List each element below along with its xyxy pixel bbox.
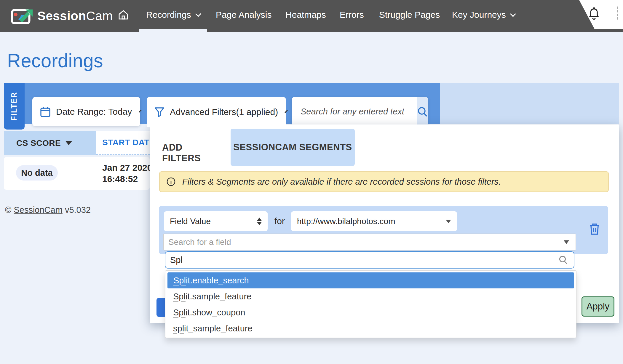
column-header-start-date[interactable]: START DATE xyxy=(96,131,150,155)
recordings-page: SessionCam Recordings Page Analysis Heat… xyxy=(0,0,623,364)
search-icon xyxy=(558,255,568,265)
nav-item-errors[interactable]: Errors xyxy=(340,0,364,29)
cs-score-badge: No data xyxy=(16,165,58,181)
nav-label: Page Analysis xyxy=(216,10,271,20)
field-type-value: Field Value xyxy=(170,217,211,226)
filter-tab-label: FILTER xyxy=(10,92,19,121)
dropdown-caret-icon xyxy=(564,240,569,244)
apply-button[interactable]: Apply xyxy=(582,296,614,317)
nav-label: Struggle Pages xyxy=(379,10,440,20)
tab-sessioncam-segments[interactable]: SESSIONCAM SEGMENTS xyxy=(231,129,355,166)
info-banner-text: Filters & Segments are only available if… xyxy=(182,177,501,187)
page-title: Recordings xyxy=(7,50,103,72)
search-button[interactable] xyxy=(417,97,428,126)
sort-descending-icon xyxy=(66,141,72,145)
option-split-enable-search[interactable]: Split.enable_search xyxy=(167,272,574,288)
active-tab-indicator xyxy=(139,29,207,32)
info-banner: Filters & Segments are only available if… xyxy=(159,171,609,192)
tab-add-filters[interactable]: ADD FILTERS xyxy=(162,139,221,167)
nav-label: Key Journeys xyxy=(452,10,506,20)
version-label: v5.032 xyxy=(65,205,91,215)
info-icon xyxy=(166,177,176,186)
field-select[interactable]: Search for a field xyxy=(163,234,576,250)
nav-item-struggle-pages[interactable]: Struggle Pages xyxy=(379,0,440,29)
option-split-show-coupon[interactable]: Split.show_coupon xyxy=(165,304,576,320)
select-spinner-icon xyxy=(257,218,262,225)
option-split-sample-feature-lower[interactable]: split_sample_feature xyxy=(165,320,576,336)
funnel-icon xyxy=(154,107,164,117)
filter-side-tab[interactable]: FILTER xyxy=(4,83,25,130)
dropdown-caret-icon xyxy=(446,220,451,223)
text-search-input[interactable] xyxy=(292,97,417,126)
top-nav: SessionCam Recordings Page Analysis Heat… xyxy=(0,0,623,32)
text-search-group xyxy=(292,97,428,126)
date-range-button[interactable]: Date Range: Today xyxy=(32,97,140,126)
table-row[interactable]: No data Jan 27 2020, 16:48:52 xyxy=(4,157,150,190)
sessioncam-link[interactable]: SessionCam xyxy=(14,205,62,215)
field-select-placeholder: Search for a field xyxy=(168,237,231,247)
nav-label: Recordings xyxy=(146,10,191,20)
brand-name: SessionCam xyxy=(37,9,113,23)
nav-divider-dashed xyxy=(617,7,618,20)
nav-label: Heatmaps xyxy=(285,10,326,20)
chevron-down-icon xyxy=(195,11,201,17)
filter-bar-extension xyxy=(440,83,619,124)
calendar-icon xyxy=(40,106,51,117)
option-split-sample-feature[interactable]: Split.sample_feature xyxy=(165,288,576,304)
nav-item-key-journeys[interactable]: Key Journeys xyxy=(452,0,514,29)
brand-logo[interactable]: SessionCam xyxy=(11,0,113,32)
field-type-select[interactable]: Field Value xyxy=(164,211,268,231)
search-icon xyxy=(417,106,428,118)
nav-item-recordings[interactable]: Recordings xyxy=(146,0,199,29)
delete-filter-icon[interactable] xyxy=(589,222,600,235)
column-header-cs-score[interactable]: CS SCORE xyxy=(4,131,96,155)
target-site-value: http://www.bilalphotos.com xyxy=(297,217,395,226)
home-icon xyxy=(117,9,129,21)
start-date-value: Jan 27 2020, 16:48:52 xyxy=(102,162,155,185)
for-label: for xyxy=(274,216,285,226)
start-date-label: START DATE xyxy=(102,138,155,147)
chevron-down-icon xyxy=(510,11,516,17)
field-search-input[interactable] xyxy=(170,255,558,265)
target-site-select[interactable]: http://www.bilalphotos.com xyxy=(291,211,457,231)
cs-score-label: CS SCORE xyxy=(16,138,61,148)
date-range-label: Date Range: Today xyxy=(56,107,132,117)
nav-item-heatmaps[interactable]: Heatmaps xyxy=(285,0,326,29)
field-options-list: Split.enable_search Split.sample_feature… xyxy=(165,270,576,338)
notifications-bell-icon[interactable] xyxy=(589,7,599,20)
copyright-symbol: © xyxy=(5,205,11,215)
advanced-filters-label: Advanced Filters(1 applied) xyxy=(170,107,278,117)
advanced-filters-button[interactable]: Advanced Filters(1 applied) xyxy=(147,97,286,127)
nav-label: Errors xyxy=(340,10,364,20)
footer: © SessionCam v5.032 xyxy=(5,205,91,215)
home-button[interactable] xyxy=(117,0,129,29)
nav-item-page-analysis[interactable]: Page Analysis xyxy=(216,0,271,29)
sessioncam-logo-icon xyxy=(11,7,33,25)
field-search-box xyxy=(165,251,574,269)
